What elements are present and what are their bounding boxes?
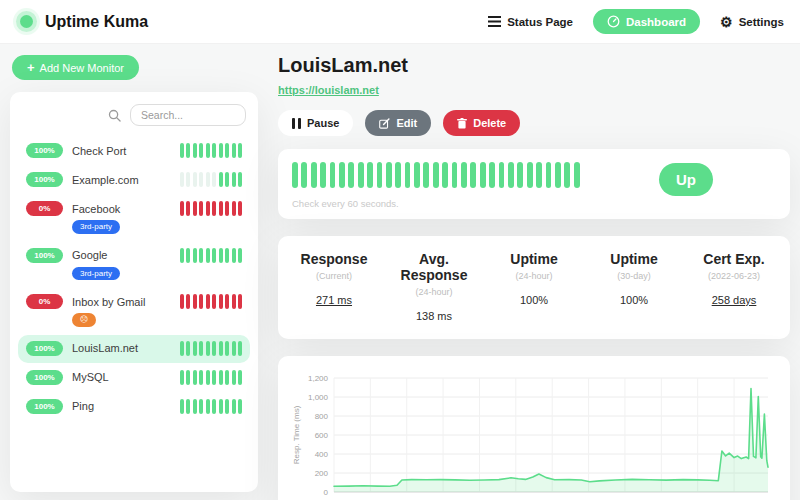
heartbeat-beat	[564, 162, 570, 188]
heartbeat-beat	[517, 162, 523, 188]
monitor-tags: 3rd-party	[26, 220, 242, 234]
monitor-name: Ping	[72, 400, 171, 412]
monitor-name: Inbox by Gmail	[72, 296, 171, 308]
pause-button[interactable]: Pause	[278, 110, 353, 136]
heartbeat-beat	[193, 201, 197, 216]
heartbeat-beat	[330, 162, 336, 188]
stat-block: Cert Exp. (2022-06-23) 258 days	[684, 251, 784, 322]
stat-value[interactable]: 258 days	[684, 294, 784, 306]
heartbeat-beat	[238, 248, 242, 263]
list-lines-icon	[488, 16, 501, 27]
heartbeat-beat	[212, 172, 216, 187]
monitor-list-item[interactable]: 100% Example.com	[18, 166, 250, 194]
heartbeat-beat	[292, 162, 298, 188]
add-new-monitor-button[interactable]: + Add New Monitor	[12, 55, 139, 80]
heartbeat-beat	[219, 341, 223, 356]
nav-settings[interactable]: ⚙ Settings	[720, 15, 784, 29]
stat-value: 138 ms	[384, 310, 484, 322]
monitor-tag: ☹	[72, 313, 96, 327]
heartbeat-beat	[320, 162, 326, 188]
heartbeat-beat	[225, 201, 229, 216]
heartbeat-beat	[199, 399, 203, 414]
pause-button-label: Pause	[307, 117, 339, 129]
monitor-name: Google	[72, 249, 171, 261]
delete-button[interactable]: Delete	[443, 110, 520, 136]
monitor-list-item[interactable]: 100% Ping	[18, 393, 250, 421]
monitor-list-item[interactable]: 100% Google 3rd-party	[18, 242, 250, 288]
app-logo-icon	[20, 15, 33, 28]
monitor-list-item[interactable]: 100% LouisLam.net	[18, 335, 250, 363]
heartbeat-beat	[219, 201, 223, 216]
heartbeat-bar-area: Check every 60 seconds.	[292, 162, 596, 209]
heartbeat-beat	[212, 248, 216, 263]
app-title: Uptime Kuma	[45, 13, 148, 31]
monitor-list-item[interactable]: 0% Inbox by Gmail ☹	[18, 288, 250, 334]
heartbeat-beat	[480, 162, 486, 188]
heartbeat-beat	[225, 370, 229, 385]
heartbeat-beat	[470, 162, 476, 188]
monitor-heartbeat-bars	[180, 248, 243, 263]
monitor-tag: 3rd-party	[72, 220, 120, 234]
heartbeat-beat	[180, 201, 184, 216]
nav-status-page-label: Status Page	[507, 16, 573, 28]
heartbeat-beat	[193, 143, 197, 158]
heartbeat-beat	[546, 162, 552, 188]
stat-subtitle: (24-hour)	[484, 271, 584, 281]
heartbeat-beat	[212, 294, 216, 309]
search-input[interactable]	[130, 104, 246, 126]
app-brand[interactable]: Uptime Kuma	[16, 11, 148, 32]
heartbeat-beat	[225, 341, 229, 356]
heartbeat-beat	[180, 143, 184, 158]
heartbeat-beat	[508, 162, 514, 188]
heartbeat-beat	[219, 172, 223, 187]
heartbeat-beat	[199, 370, 203, 385]
heartbeat-beat	[180, 248, 184, 263]
edit-button-label: Edit	[396, 117, 417, 129]
monitor-tags: 3rd-party	[26, 267, 242, 281]
heartbeat-beat	[206, 248, 210, 263]
heartbeat-beat	[199, 172, 203, 187]
heartbeat-beat	[238, 370, 242, 385]
heartbeat-beat	[212, 370, 216, 385]
header-nav: Status Page Dashboard ⚙ Settings	[488, 9, 784, 34]
nav-dashboard-label: Dashboard	[626, 16, 686, 28]
heartbeat-beat	[186, 172, 190, 187]
nav-status-page[interactable]: Status Page	[488, 16, 573, 28]
monitor-heartbeat-bars	[180, 143, 243, 158]
stat-subtitle: (2022-06-23)	[684, 271, 784, 281]
monitor-list-item[interactable]: 100% Check Port	[18, 137, 250, 165]
heartbeat-beat	[555, 162, 561, 188]
monitor-heartbeat-bars	[180, 201, 243, 216]
status-badge-area: Up	[596, 162, 776, 209]
monitor-tags: ☹	[26, 313, 242, 327]
heartbeat-beat	[199, 341, 203, 356]
monitor-list-item[interactable]: 0% Facebook 3rd-party	[18, 195, 250, 241]
monitor-url-link[interactable]: https://louislam.net	[278, 84, 379, 96]
heartbeat-beat	[186, 294, 190, 309]
stat-value[interactable]: 271 ms	[284, 294, 384, 306]
gauge-icon	[607, 15, 620, 28]
response-time-chart[interactable]: 02004006008001,0001,20016:1316:4317:1317…	[286, 366, 778, 500]
uptime-percent-badge: 100%	[26, 370, 63, 385]
pencil-icon	[379, 118, 390, 129]
heartbeat-beat	[574, 162, 580, 188]
heartbeat-beat	[395, 162, 401, 188]
edit-button[interactable]: Edit	[365, 110, 431, 136]
stat-label: Response	[284, 251, 384, 267]
pause-icon	[292, 118, 301, 129]
svg-text:1,200: 1,200	[308, 374, 329, 383]
heartbeat-beat	[339, 162, 345, 188]
svg-text:200: 200	[315, 469, 329, 478]
monitor-title: LouisLam.net	[278, 54, 790, 77]
heartbeat-beat	[225, 172, 229, 187]
app-window: Uptime Kuma Status Page Dashboard ⚙ Sett…	[0, 0, 800, 500]
status-badge: Up	[659, 163, 713, 196]
svg-text:800: 800	[315, 412, 329, 421]
monitor-list-item[interactable]: 100% MySQL	[18, 364, 250, 392]
heartbeat-beat	[358, 162, 364, 188]
svg-text:400: 400	[315, 450, 329, 459]
search-row	[16, 102, 252, 136]
monitor-name: Facebook	[72, 203, 171, 215]
nav-dashboard[interactable]: Dashboard	[593, 9, 700, 34]
heartbeat-beat	[442, 162, 448, 188]
